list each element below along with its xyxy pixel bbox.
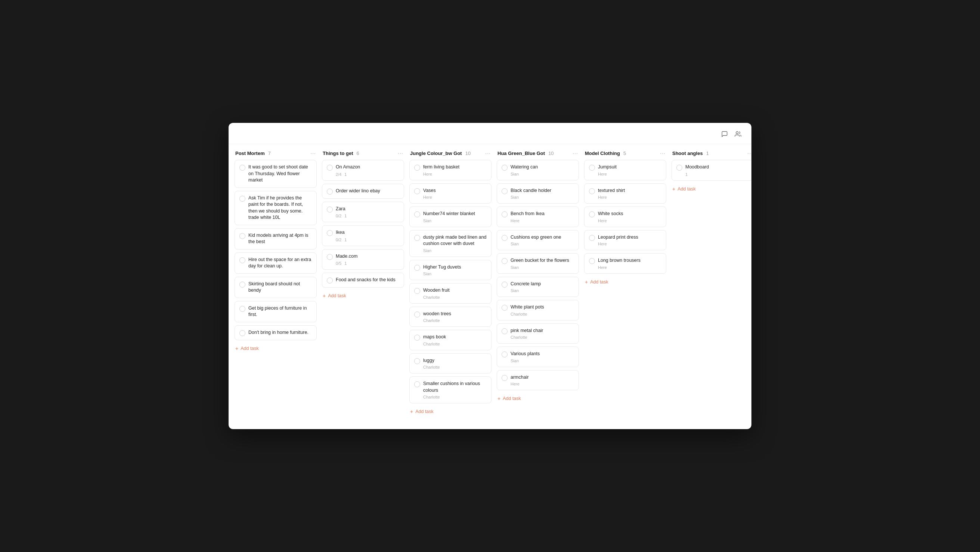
task-card[interactable]: Moodboard1 bbox=[671, 160, 751, 181]
task-card[interactable]: Black candle holderSian bbox=[497, 183, 579, 204]
task-checkbox[interactable] bbox=[501, 375, 508, 381]
task-checkbox[interactable] bbox=[239, 330, 245, 336]
task-checkbox[interactable] bbox=[589, 188, 595, 194]
task-checkbox[interactable] bbox=[501, 165, 508, 171]
task-card[interactable]: JumpsuitHere bbox=[584, 160, 666, 180]
task-card[interactable]: Skirting board should not bendy bbox=[235, 277, 317, 298]
task-card[interactable]: ferm living basketHere bbox=[409, 160, 492, 180]
task-card[interactable]: Get big pieces of furniture in first. bbox=[235, 301, 317, 322]
task-checkbox[interactable] bbox=[589, 235, 595, 241]
column-menu-jungle-colour[interactable]: ··· bbox=[485, 150, 491, 156]
task-checkbox[interactable] bbox=[414, 358, 420, 364]
task-title: Black candle holder bbox=[511, 188, 574, 194]
column-menu-things-to-get[interactable]: ··· bbox=[398, 150, 403, 156]
task-card[interactable]: Green bucket for the flowersSian bbox=[497, 253, 579, 274]
task-checkbox[interactable] bbox=[414, 235, 420, 241]
task-card[interactable]: Wooden fruitCharlotte bbox=[409, 283, 492, 304]
task-checkbox[interactable] bbox=[327, 254, 333, 260]
task-checkbox[interactable] bbox=[239, 306, 245, 312]
task-title: Jumpsuit bbox=[598, 164, 662, 171]
task-checkbox[interactable] bbox=[414, 381, 420, 387]
column-header-things-to-get: Things to get6··· bbox=[322, 150, 404, 156]
task-checkbox[interactable] bbox=[414, 288, 420, 294]
task-card[interactable]: Number74 winter blanketSian bbox=[409, 207, 492, 227]
task-card[interactable]: textured shirtHere bbox=[584, 183, 666, 204]
task-checkbox[interactable] bbox=[501, 188, 508, 194]
task-checkbox[interactable] bbox=[414, 265, 420, 271]
task-checkbox[interactable] bbox=[501, 282, 508, 288]
task-checkbox[interactable] bbox=[414, 335, 420, 340]
plus-icon: + bbox=[235, 345, 238, 352]
add-task-button-things-to-get[interactable]: +Add task bbox=[322, 291, 347, 301]
task-card[interactable]: White socksHere bbox=[584, 207, 666, 227]
task-checkbox[interactable] bbox=[414, 312, 420, 317]
task-checkbox[interactable] bbox=[327, 207, 333, 213]
task-card[interactable]: Order wider lino ebay bbox=[322, 184, 404, 199]
task-assignee: Sian bbox=[511, 288, 574, 293]
task-card[interactable]: Made.com0/51 bbox=[322, 249, 404, 270]
add-task-button-model-clothing[interactable]: +Add task bbox=[584, 277, 609, 287]
task-checkbox[interactable] bbox=[501, 258, 508, 264]
task-checkbox[interactable] bbox=[327, 189, 333, 194]
task-card[interactable]: Ask Tim if he provides the paint for the… bbox=[235, 191, 317, 225]
task-card[interactable]: Watering canSian bbox=[497, 160, 579, 180]
task-checkbox[interactable] bbox=[239, 196, 245, 202]
task-card[interactable]: armchairHere bbox=[497, 370, 579, 391]
task-card[interactable]: Zara0/21 bbox=[322, 202, 404, 223]
task-checkbox[interactable] bbox=[414, 188, 420, 194]
task-checkbox[interactable] bbox=[414, 212, 420, 217]
task-card[interactable]: Higher Tug duvetsSian bbox=[409, 260, 492, 280]
task-checkbox[interactable] bbox=[589, 212, 595, 217]
task-assignee: Here bbox=[511, 382, 574, 386]
task-card[interactable]: Kid models arriving at 4pm is the best bbox=[235, 228, 317, 250]
task-checkbox[interactable] bbox=[501, 305, 508, 311]
task-card[interactable]: pink metal chairCharlotte bbox=[497, 323, 579, 344]
column-menu-model-clothing[interactable]: ··· bbox=[660, 150, 665, 156]
task-checkbox[interactable] bbox=[239, 257, 245, 263]
task-card[interactable]: Long brown trousersHere bbox=[584, 253, 666, 274]
task-checkbox[interactable] bbox=[327, 277, 333, 283]
task-card[interactable]: Bench from IkeaHere bbox=[497, 207, 579, 227]
task-checkbox[interactable] bbox=[501, 235, 508, 241]
task-card[interactable]: Leopard print dressHere bbox=[584, 230, 666, 251]
add-task-button-shoot-angles[interactable]: +Add task bbox=[671, 184, 697, 194]
task-card[interactable]: Cushions esp green oneSian bbox=[497, 230, 579, 251]
task-card[interactable]: wooden treesCharlotte bbox=[409, 307, 492, 327]
task-card[interactable]: VasesHere bbox=[409, 183, 492, 204]
column-menu-shoot-angles[interactable]: ··· bbox=[747, 150, 751, 156]
task-title: Made.com bbox=[336, 253, 399, 260]
column-menu-post-mortem[interactable]: ··· bbox=[310, 150, 316, 156]
task-checkbox[interactable] bbox=[239, 165, 245, 171]
task-checkbox[interactable] bbox=[501, 328, 508, 334]
people-icon[interactable] bbox=[733, 130, 743, 138]
task-card[interactable]: Hire out the space for an extra day for … bbox=[235, 253, 317, 274]
task-card[interactable]: Various plantsSian bbox=[497, 347, 579, 367]
task-card[interactable]: It was good to set shoot date on Thursda… bbox=[235, 160, 317, 188]
task-meta-item: 1 bbox=[344, 214, 347, 218]
task-card[interactable]: On Amazon2/41 bbox=[322, 160, 404, 181]
task-card[interactable]: Don't bring in home furniture. bbox=[235, 325, 317, 340]
task-card[interactable]: Ikea0/21 bbox=[322, 225, 404, 246]
task-card[interactable]: Concrete lampSian bbox=[497, 277, 579, 297]
task-checkbox[interactable] bbox=[676, 165, 682, 171]
task-checkbox[interactable] bbox=[239, 233, 245, 239]
task-card[interactable]: dusty pink made bed linen and cushion co… bbox=[409, 230, 492, 257]
task-checkbox[interactable] bbox=[589, 258, 595, 264]
task-card[interactable]: White plant potsCharlotte bbox=[497, 300, 579, 320]
task-card[interactable]: maps bookCharlotte bbox=[409, 330, 492, 350]
task-card[interactable]: luggyCharlotte bbox=[409, 353, 492, 374]
comment-icon[interactable] bbox=[720, 130, 729, 138]
task-checkbox[interactable] bbox=[239, 282, 245, 288]
task-checkbox[interactable] bbox=[501, 352, 508, 358]
task-checkbox[interactable] bbox=[501, 212, 508, 217]
task-card[interactable]: Food and snacks for the kids bbox=[322, 273, 404, 288]
task-checkbox[interactable] bbox=[327, 165, 333, 171]
add-task-button-hua-green-blue[interactable]: +Add task bbox=[497, 393, 522, 404]
add-task-button-post-mortem[interactable]: +Add task bbox=[235, 343, 259, 354]
column-menu-hua-green-blue[interactable]: ··· bbox=[573, 150, 578, 156]
task-checkbox[interactable] bbox=[589, 165, 595, 171]
add-task-button-jungle-colour[interactable]: +Add task bbox=[409, 406, 434, 417]
task-checkbox[interactable] bbox=[327, 230, 333, 236]
task-checkbox[interactable] bbox=[414, 165, 420, 171]
task-card[interactable]: Smaller cushions in various coloursCharl… bbox=[409, 377, 492, 403]
